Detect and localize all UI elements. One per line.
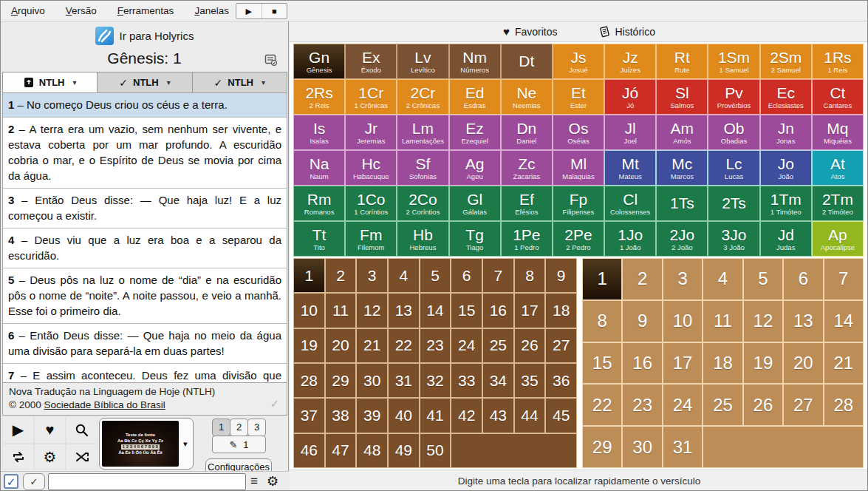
- book-cell-Ec[interactable]: EcEclesiastes: [760, 79, 812, 115]
- chapter-cell-35[interactable]: 35: [514, 363, 546, 398]
- book-cell-2Jo[interactable]: 2Jo2 João: [656, 221, 708, 257]
- book-cell-Na[interactable]: NaNaum: [293, 150, 345, 186]
- chapter-cell-25[interactable]: 25: [482, 328, 514, 363]
- verse-cell-14[interactable]: 14: [824, 300, 864, 342]
- chapter-cell-41[interactable]: 41: [420, 398, 451, 433]
- book-cell-Zc[interactable]: ZcZacarias: [501, 150, 553, 186]
- go-to-holyrics[interactable]: Ir para Holyrics: [1, 27, 288, 45]
- chapter-cell-17[interactable]: 17: [514, 293, 546, 328]
- book-cell-Jn[interactable]: JnJonas: [760, 115, 812, 150]
- verse-cell-9[interactable]: 9: [622, 300, 662, 342]
- verse-cell-17[interactable]: 17: [663, 342, 703, 385]
- chapter-cell-29[interactable]: 29: [325, 363, 357, 398]
- settings-button[interactable]: ⚙: [34, 444, 66, 471]
- verse-row-2[interactable]: 2 – A terra era um vazio, sem nenhum ser…: [3, 118, 287, 189]
- publisher-link[interactable]: Sociedade Bíblica do Brasil: [44, 399, 165, 410]
- book-cell-Ne[interactable]: NeNeemias: [501, 79, 553, 115]
- chapter-cell-30[interactable]: 30: [356, 363, 388, 398]
- verse-cell-7[interactable]: 7: [824, 258, 864, 300]
- book-cell-Ob[interactable]: ObObadias: [708, 115, 759, 150]
- chapter-cell-37[interactable]: 37: [293, 398, 325, 433]
- version-tab-1[interactable]: NTLH▾: [3, 72, 98, 92]
- book-cell-Et[interactable]: EtEster: [553, 79, 604, 115]
- chapter-cell-8[interactable]: 8: [514, 258, 546, 293]
- book-cell-Nm[interactable]: NmNúmeros: [449, 44, 501, 79]
- chapter-cell-12[interactable]: 12: [356, 293, 388, 328]
- book-cell-2Pe[interactable]: 2Pe2 Pedro: [553, 221, 604, 257]
- book-cell-Sl[interactable]: SlSalmos: [656, 79, 708, 115]
- verse-cell-2[interactable]: 2: [622, 258, 662, 300]
- play-button[interactable]: ▶: [236, 4, 262, 18]
- chapter-cell-24[interactable]: 24: [451, 328, 482, 363]
- list-icon[interactable]: ≡: [250, 474, 258, 489]
- book-cell-Sf[interactable]: SfSofonias: [397, 150, 448, 186]
- menu-item-janelas[interactable]: Janelas: [184, 1, 239, 21]
- book-cell-1Ts[interactable]: 1Ts: [656, 186, 708, 221]
- book-cell-1Jo[interactable]: 1Jo1 João: [604, 221, 656, 257]
- book-cell-Jó[interactable]: JóJó: [604, 79, 656, 115]
- book-cell-Ap[interactable]: ApApocalipse: [812, 221, 864, 257]
- chapter-cell-6[interactable]: 6: [451, 258, 482, 293]
- verse-cell-30[interactable]: 30: [622, 426, 662, 468]
- book-cell-Fm[interactable]: FmFilemom: [345, 221, 397, 257]
- filter-checkbox[interactable]: ✓: [4, 474, 18, 489]
- favorite-button[interactable]: ♥: [34, 416, 66, 444]
- verse-cell-8[interactable]: 8: [582, 300, 622, 342]
- chapter-cell-1[interactable]: 1: [293, 258, 325, 293]
- book-cell-Gl[interactable]: GlGálatas: [449, 186, 501, 221]
- chapter-cell-33[interactable]: 33: [451, 363, 482, 398]
- chapter-cell-27[interactable]: 27: [545, 328, 577, 363]
- book-cell-Mc[interactable]: McMarcos: [656, 150, 708, 186]
- verse-row-4[interactable]: 4 – Deus viu que a luz era boa e a separ…: [3, 228, 287, 268]
- chapter-cell-31[interactable]: 31: [388, 363, 420, 398]
- chapter-cell-28[interactable]: 28: [293, 363, 325, 398]
- chapter-cell-34[interactable]: 34: [482, 363, 514, 398]
- book-cell-Os[interactable]: OsOséias: [553, 115, 604, 150]
- chapter-cell-45[interactable]: 45: [545, 398, 577, 433]
- book-cell-1Co[interactable]: 1Co1 Coríntios: [345, 186, 397, 221]
- book-cell-1Cr[interactable]: 1Cr1 Crônicas: [345, 79, 397, 115]
- book-cell-Jo[interactable]: JoJoão: [760, 150, 812, 186]
- verse-row-6[interactable]: 6 – Então Deus disse: — Que haja no meio…: [3, 324, 287, 364]
- book-cell-Rt[interactable]: RtRute: [656, 44, 708, 79]
- chapter-cell-44[interactable]: 44: [514, 398, 546, 433]
- slide-button-3[interactable]: 3: [247, 419, 266, 436]
- chapter-cell-21[interactable]: 21: [356, 328, 388, 363]
- book-cell-3Jo[interactable]: 3Jo3 João: [708, 221, 759, 257]
- book-cell-Ez[interactable]: EzEzequiel: [449, 115, 501, 150]
- repeat-button[interactable]: [2, 444, 34, 471]
- chapter-cell-47[interactable]: 47: [325, 433, 357, 468]
- shuffle-button[interactable]: [66, 444, 98, 471]
- verse-cell-5[interactable]: 5: [743, 258, 783, 300]
- book-cell-Dn[interactable]: DnDaniel: [501, 115, 553, 150]
- book-cell-Mq[interactable]: MqMiquéias: [812, 115, 864, 150]
- book-cell-Tt[interactable]: TtTito: [293, 221, 345, 257]
- verse-cell-24[interactable]: 24: [663, 384, 703, 426]
- book-cell-1Sm[interactable]: 1Sm1 Samuel: [708, 44, 759, 79]
- verse-row-3[interactable]: 3 – Então Deus disse: — Que haja luz! E …: [3, 189, 287, 228]
- report-icon[interactable]: [264, 54, 278, 67]
- book-cell-Ex[interactable]: ExÊxodo: [345, 44, 397, 79]
- preview-dropdown-icon[interactable]: ▾: [183, 439, 188, 449]
- book-cell-Ag[interactable]: AgAgeu: [449, 150, 501, 186]
- book-cell-Cl[interactable]: ClColossenses: [604, 186, 656, 221]
- chapter-cell-49[interactable]: 49: [388, 433, 420, 468]
- book-cell-2Ts[interactable]: 2Ts: [708, 186, 759, 221]
- verse-cell-15[interactable]: 15: [582, 342, 622, 385]
- book-cell-Fp[interactable]: FpFilipenses: [553, 186, 604, 221]
- book-cell-2Sm[interactable]: 2Sm2 Samuel: [760, 44, 812, 79]
- book-cell-Lm[interactable]: LmLamentações: [397, 115, 448, 150]
- menu-item-versão[interactable]: Versão: [55, 1, 107, 21]
- chapter-cell-14[interactable]: 14: [420, 293, 451, 328]
- verse-cell-1[interactable]: 1: [582, 258, 622, 300]
- quick-search-input[interactable]: [48, 473, 246, 490]
- book-cell-Jl[interactable]: JlJoel: [604, 115, 656, 150]
- tab-historico[interactable]: Histórico: [599, 26, 655, 38]
- book-cell-Lv[interactable]: LvLevítico: [397, 44, 448, 79]
- verse-cell-25[interactable]: 25: [703, 384, 742, 426]
- book-cell-Gn[interactable]: GnGênesis: [293, 44, 345, 79]
- stop-button[interactable]: ■: [262, 4, 287, 18]
- verse-cell-27[interactable]: 27: [783, 384, 823, 426]
- menu-item-arquivo[interactable]: Arquivo: [1, 1, 55, 21]
- verse-cell-3[interactable]: 3: [663, 258, 703, 300]
